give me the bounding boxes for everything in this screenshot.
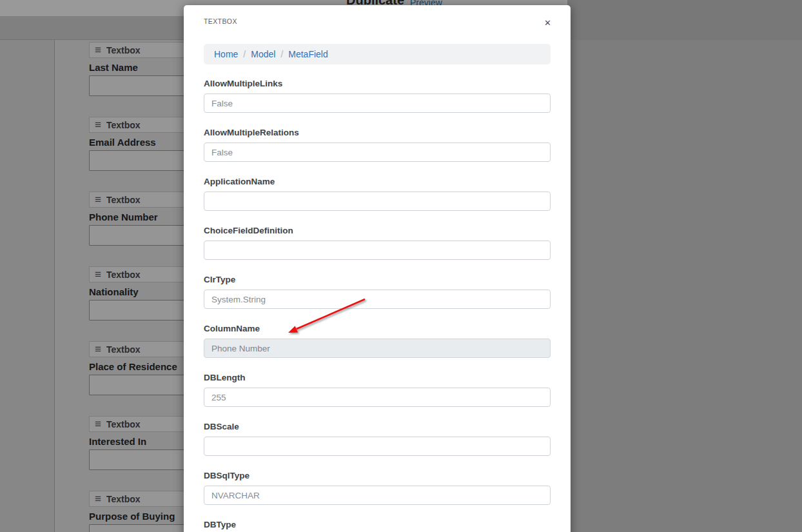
field-row: AllowMultipleRelations <box>204 128 551 162</box>
field-input-columnname <box>204 339 551 358</box>
field-label-choicefielddefinition: ChoiceFieldDefinition <box>204 226 551 236</box>
breadcrumb-link-model[interactable]: Model <box>251 49 275 59</box>
field-row: DBSqlType <box>204 471 551 505</box>
modal-title: TEXTBOX <box>204 17 551 25</box>
field-label-dbtype: DBType <box>204 520 551 530</box>
breadcrumb-separator: / <box>280 49 283 59</box>
field-row: AllowMultipleLinks <box>204 79 551 113</box>
field-label-clrtype: ClrType <box>204 275 551 285</box>
field-input-dbsqltype[interactable] <box>204 486 551 505</box>
field-input-allowmultiplelinks[interactable] <box>204 94 551 113</box>
field-label-allowmultiplerelations: AllowMultipleRelations <box>204 128 551 138</box>
field-row: ColumnName <box>204 324 551 358</box>
screen: Dublicate Preview ≡ Textbox Last Name <box>0 0 802 532</box>
field-row: DBLength <box>204 373 551 407</box>
field-row: DBType <box>204 520 551 532</box>
close-button[interactable]: ✕ <box>543 17 553 28</box>
metafield-modal: TEXTBOX ✕ Home/Model/MetaField AllowMult… <box>184 5 571 532</box>
field-row: DBScale <box>204 422 551 456</box>
field-row: ChoiceFieldDefinition <box>204 226 551 260</box>
field-row: ApplicationName <box>204 177 551 211</box>
field-label-dbscale: DBScale <box>204 422 551 432</box>
field-input-dbscale[interactable] <box>204 437 551 456</box>
field-label-dblength: DBLength <box>204 373 551 383</box>
field-label-applicationname: ApplicationName <box>204 177 551 187</box>
breadcrumb: Home/Model/MetaField <box>204 44 551 64</box>
field-input-applicationname[interactable] <box>204 192 551 211</box>
field-row: ClrType <box>204 275 551 309</box>
field-input-clrtype[interactable] <box>204 290 551 309</box>
close-icon: ✕ <box>544 18 551 28</box>
breadcrumb-link-metafield[interactable]: MetaField <box>288 49 328 59</box>
field-input-allowmultiplerelations[interactable] <box>204 143 551 162</box>
breadcrumb-link-home[interactable]: Home <box>214 49 238 59</box>
breadcrumb-separator: / <box>243 49 246 59</box>
field-label-allowmultiplelinks: AllowMultipleLinks <box>204 79 551 89</box>
field-input-choicefielddefinition[interactable] <box>204 241 551 260</box>
modal-fields: AllowMultipleLinks AllowMultipleRelation… <box>204 79 551 532</box>
field-label-dbsqltype: DBSqlType <box>204 471 551 481</box>
field-label-columnname: ColumnName <box>204 324 551 334</box>
field-input-dblength[interactable] <box>204 388 551 407</box>
